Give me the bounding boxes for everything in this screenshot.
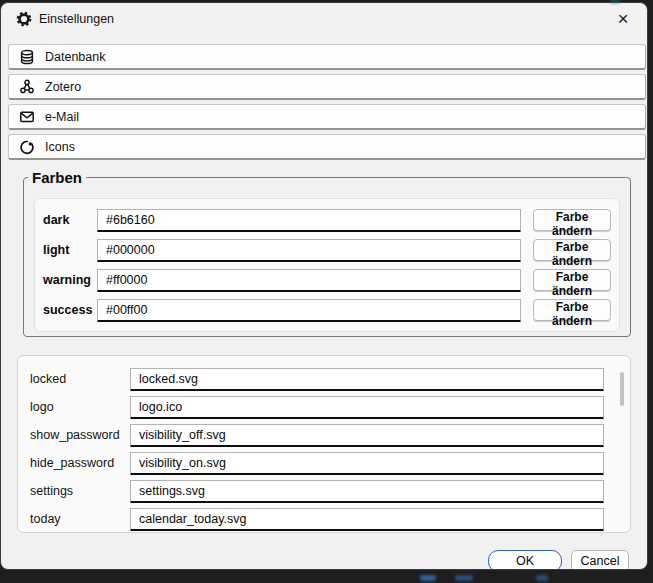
color-label: dark: [43, 213, 97, 227]
color-value-input-dark[interactable]: [97, 209, 521, 232]
scrollbar-thumb[interactable]: [620, 372, 624, 406]
background-artifact: [610, 0, 620, 3]
icon-file-input-locked[interactable]: [130, 368, 604, 391]
icon-file-row-settings: settings: [30, 477, 616, 505]
change-color-button-dark[interactable]: Farbe ändern: [533, 209, 611, 231]
section-datenbank[interactable]: Datenbank: [8, 44, 646, 70]
color-label: warning: [43, 273, 97, 287]
section-label: Icons: [45, 140, 75, 154]
icon-file-label: today: [30, 512, 130, 526]
change-color-button-success[interactable]: Farbe ändern: [533, 299, 611, 321]
section-email[interactable]: e-Mail: [8, 104, 646, 130]
icon-file-label: show_password: [30, 428, 130, 442]
icon-file-row-hide-password: hide_password: [30, 449, 616, 477]
icon-file-input-settings[interactable]: [130, 480, 604, 503]
icon-file-label: locked: [30, 372, 130, 386]
close-icon: ×: [617, 8, 628, 29]
titlebar[interactable]: Einstellungen ×: [1, 3, 647, 35]
icon-file-row-locked: locked: [30, 365, 616, 393]
color-row-warning: warning Farbe ändern: [43, 265, 611, 295]
change-color-button-warning[interactable]: Farbe ändern: [533, 269, 611, 291]
section-zotero[interactable]: Zotero: [8, 74, 646, 100]
icon-file-input-hide-password[interactable]: [130, 452, 604, 475]
change-color-button-light[interactable]: Farbe ändern: [533, 239, 611, 261]
close-button[interactable]: ×: [607, 7, 639, 31]
icon-file-input-today[interactable]: [130, 508, 604, 531]
color-value-input-light[interactable]: [97, 239, 521, 262]
color-row-dark: dark Farbe ändern: [43, 205, 611, 235]
window-title: Einstellungen: [39, 12, 114, 26]
icon-file-input-logo[interactable]: [130, 396, 604, 419]
background-artifact: [536, 575, 548, 581]
gear-icon: [16, 11, 32, 27]
section-label: Datenbank: [45, 50, 105, 64]
icon-file-input-show-password[interactable]: [130, 424, 604, 447]
icon-file-label: hide_password: [30, 456, 130, 470]
background-artifact: [455, 575, 473, 581]
ok-button[interactable]: OK: [488, 550, 562, 570]
color-row-success: success Farbe ändern: [43, 295, 611, 325]
background-artifact: [420, 575, 436, 581]
database-icon: [19, 49, 35, 65]
color-label: light: [43, 243, 97, 257]
color-row-light: light Farbe ändern: [43, 235, 611, 265]
color-label: success: [43, 303, 97, 317]
icon-file-row-today: today: [30, 505, 616, 533]
zotero-icon: [19, 79, 35, 95]
section-label: e-Mail: [45, 110, 79, 124]
icon-file-label: logo: [30, 400, 130, 414]
icon-file-label: settings: [30, 484, 130, 498]
color-value-input-success[interactable]: [97, 299, 521, 322]
farben-title: Farben: [28, 169, 86, 186]
farben-groupbox: Farben dark Farbe ändern light Farbe änd…: [23, 169, 631, 337]
sync-circle-icon: [19, 139, 35, 155]
icon-file-row-show-password: show_password: [30, 421, 616, 449]
section-icons[interactable]: Icons: [8, 134, 646, 160]
color-value-input-warning[interactable]: [97, 269, 521, 292]
icon-files-panel: locked logo show_password hide_password …: [17, 355, 631, 533]
mail-icon: [19, 109, 35, 125]
cancel-button[interactable]: Cancel: [571, 550, 629, 570]
settings-dialog: Einstellungen × Datenbank Zotero e-Mail: [0, 2, 648, 570]
section-label: Zotero: [45, 80, 81, 94]
icon-file-row-logo: logo: [30, 393, 616, 421]
farben-panel: dark Farbe ändern light Farbe ändern war…: [34, 198, 620, 332]
